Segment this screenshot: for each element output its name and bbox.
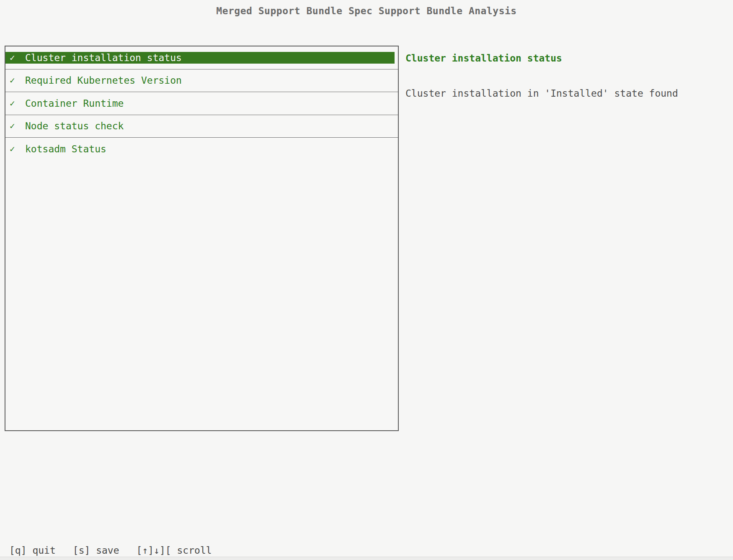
analyzer-row-line: ✓ Container Runtime xyxy=(5,98,398,109)
detail-pane-heading: Cluster installation status xyxy=(405,46,562,70)
window-title: Merged Support Bundle Spec Support Bundl… xyxy=(0,5,733,16)
analyzer-item-required-kubernetes-version[interactable]: ✓ Required Kubernetes Version xyxy=(5,69,398,92)
analyzer-item-kotsadm-status[interactable]: ✓ kotsadm Status xyxy=(5,138,398,161)
analyzer-item-label: Cluster installation status xyxy=(25,52,182,63)
scroll-key-hint: [↑]↓][ scroll xyxy=(137,545,212,556)
analyzer-item-container-runtime[interactable]: ✓ Container Runtime xyxy=(5,92,398,115)
quit-key-hint: [q] quit xyxy=(9,545,56,556)
analyzer-row-line: ✓ Node status check xyxy=(5,120,398,132)
analyzer-item-label: kotsadm Status xyxy=(25,144,106,154)
check-pass-icon: ✓ xyxy=(10,98,15,109)
analyzer-row-line: ✓ kotsadm Status xyxy=(5,143,398,155)
analyzer-row-line: ✓ Required Kubernetes Version xyxy=(5,74,398,86)
analyzer-row-highlight: ✓ Cluster installation status xyxy=(5,52,395,64)
check-pass-icon: ✓ xyxy=(10,120,15,132)
analyzer-results-list: ✓ Cluster installation status ✓ Required… xyxy=(5,46,399,431)
analyzer-item-label: Container Runtime xyxy=(25,98,124,109)
check-pass-icon: ✓ xyxy=(10,143,15,155)
save-key-hint: [s] save xyxy=(73,545,119,556)
analyzer-item-label: Node status check xyxy=(25,121,124,131)
analyzer-item-node-status-check[interactable]: ✓ Node status check xyxy=(5,115,398,138)
analyzer-item-cluster-installation-status[interactable]: ✓ Cluster installation status xyxy=(5,46,398,69)
check-pass-icon: ✓ xyxy=(10,52,15,64)
detail-pane-message: Cluster installation in 'Installed' stat… xyxy=(405,87,678,99)
check-pass-icon: ✓ xyxy=(10,74,15,86)
keybinding-hints: [q] quit [s] save [↑]↓][ scroll xyxy=(9,545,212,556)
window-bottom-edge xyxy=(0,557,733,560)
analyzer-item-label: Required Kubernetes Version xyxy=(25,75,182,86)
